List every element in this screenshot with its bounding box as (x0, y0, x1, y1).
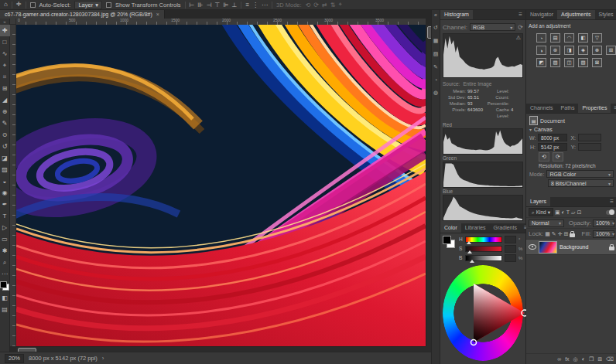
rotate-right-button[interactable]: ⟳ (553, 152, 563, 162)
hue-saturation-icon[interactable]: ◑ (536, 46, 546, 55)
swatches-panel-icon[interactable]: ▦ (433, 38, 439, 44)
opacity-dropdown[interactable]: 100% ▾ (593, 219, 614, 227)
channel-mixer-icon[interactable]: ⊗ (592, 46, 602, 55)
eraser-tool[interactable]: ◪ (0, 152, 10, 164)
zoom-level-field[interactable]: 20% (5, 354, 24, 363)
brightness-slider-track[interactable] (465, 255, 502, 261)
blend-mode-dropdown[interactable]: Normal ▾ (529, 219, 564, 227)
move-tool[interactable]: ✛ (0, 25, 10, 36)
saturation-slider-handle[interactable] (467, 250, 472, 253)
bit-depth-dropdown[interactable]: 8 Bits/Channel ▾ (548, 179, 614, 187)
tab-layers[interactable]: Layers (526, 197, 550, 206)
panel-menu-icon[interactable]: ≡ (515, 10, 525, 19)
color-swatches[interactable] (0, 281, 9, 291)
move-tool-icon[interactable]: ✛ (16, 1, 22, 9)
distribute-vertical-icon[interactable]: ≡ (245, 2, 249, 9)
color-lookup-icon[interactable]: ⊞ (606, 46, 616, 55)
link-layers-icon[interactable]: ∞ (557, 356, 561, 362)
close-icon[interactable]: × (156, 12, 159, 17)
tab-paths[interactable]: Paths (557, 104, 579, 113)
saturation-slider-track[interactable] (465, 246, 502, 252)
patterns-panel-icon[interactable]: ▨ (433, 51, 439, 57)
tab-gradients[interactable]: Gradients (490, 223, 521, 233)
canvas-image[interactable] (16, 25, 426, 346)
healing-brush-tool[interactable]: ⊕ (0, 106, 10, 117)
hsb-triangle[interactable] (443, 265, 539, 361)
ruler-origin[interactable] (10, 19, 16, 25)
history-panel-icon[interactable]: ↺ (433, 25, 438, 31)
chevron-down-icon[interactable]: ▾ (529, 127, 532, 132)
show-transform-checkbox[interactable] (106, 2, 111, 8)
delete-layer-icon[interactable]: ⌫ (606, 356, 614, 362)
align-vertical-centers-icon[interactable]: ⊫ (223, 2, 228, 9)
brightness-slider-value-field[interactable] (505, 254, 516, 262)
width-field[interactable]: 8000 px (538, 134, 567, 141)
panel-menu-icon[interactable]: ≡ (611, 104, 616, 113)
edit-toolbar[interactable]: ⋯ (0, 268, 10, 280)
collapse-dock-icon[interactable]: « (434, 12, 437, 18)
vibrance-icon[interactable]: ▽ (592, 33, 602, 43)
blur-tool[interactable]: ◒ (0, 175, 10, 187)
hand-tool[interactable]: ✱ (0, 245, 10, 257)
zoom-tool[interactable]: ⌕ (0, 257, 10, 268)
color-wheel[interactable] (443, 265, 523, 361)
brush-tool[interactable]: ✎ (0, 117, 10, 129)
color-balance-icon[interactable]: ⊜ (550, 46, 560, 55)
gradient-tool[interactable]: ▨ (0, 164, 10, 175)
layer-filter-dropdown[interactable]: ⌕ Kind ▾ (529, 208, 553, 216)
align-right-edges-icon[interactable]: ⊣ (207, 2, 212, 9)
filter-type-layers-icon[interactable]: T (566, 209, 570, 215)
shape-tool[interactable]: ▭ (0, 233, 10, 245)
threshold-icon[interactable]: ◫ (564, 58, 574, 67)
dodge-tool[interactable]: ◉ (0, 187, 10, 199)
align-top-edges-icon[interactable]: ⊤ (214, 2, 220, 9)
3d-roll-icon[interactable]: ⟳ (313, 2, 319, 9)
photo-filter-icon[interactable]: ◈ (578, 46, 588, 55)
align-bottom-edges-icon[interactable]: ⊥ (231, 2, 237, 9)
distribute-horizontal-icon[interactable]: ⋮ (252, 2, 258, 9)
lock-all-icon[interactable] (570, 233, 575, 237)
info-panel-icon[interactable]: ◔ (434, 77, 437, 83)
invert-icon[interactable]: ◩ (536, 58, 546, 67)
panel-menu-icon[interactable]: ≡ (607, 197, 616, 206)
filter-shape-layers-icon[interactable]: ▱ (571, 209, 575, 216)
tab-properties[interactable]: Properties (578, 104, 611, 113)
auto-select-target-dropdown[interactable]: Layer ▾ (74, 1, 102, 9)
color-swatch-pair[interactable] (443, 236, 456, 249)
object-selection-tool[interactable]: ⌖ (0, 60, 10, 71)
auto-select-checkbox[interactable] (30, 2, 36, 8)
home-icon[interactable]: ⌂ (4, 1, 8, 9)
saturation-slider-value-field[interactable] (505, 245, 516, 253)
levels-icon[interactable]: ▤ (550, 33, 560, 43)
document-tab[interactable]: c67-78-gamer-and-creator-1280307384.jpg … (0, 10, 165, 19)
3d-rotate-icon[interactable]: ⟲ (306, 2, 311, 9)
tab-adjustments[interactable]: Adjustments (557, 10, 595, 19)
hue-slider-handle[interactable] (467, 241, 471, 244)
layer-mask-icon[interactable]: ◎ (573, 356, 578, 362)
quick-mask-tool[interactable]: ◧ (0, 292, 10, 304)
eyedropper-tool[interactable]: ◢ (0, 94, 10, 106)
clone-stamp-tool[interactable]: ⊙ (0, 129, 10, 141)
3d-slide-icon[interactable]: ⇅ (330, 2, 336, 9)
x-field[interactable] (578, 134, 601, 141)
lock-transparent-pixels-icon[interactable]: ▦ (545, 231, 550, 237)
tab-libraries[interactable]: Libraries (461, 223, 490, 233)
brightness-contrast-icon[interactable]: ◔ (536, 33, 546, 43)
comments-panel-icon[interactable]: ◍ (433, 90, 438, 96)
tab-histogram[interactable]: Histogram (440, 10, 473, 19)
channel-dropdown[interactable]: RGB ▾ (470, 23, 515, 31)
new-layer-icon[interactable]: ⊞ (597, 356, 602, 362)
filter-smart-objects-icon[interactable]: ⊡ (577, 209, 581, 216)
foreground-color-swatch[interactable] (443, 236, 451, 244)
uncached-refresh-icon[interactable]: ⟳ (518, 24, 523, 31)
filter-pixel-layers-icon[interactable]: ▣ (555, 209, 560, 216)
marquee-tool[interactable]: □ (0, 36, 10, 48)
brushes-panel-icon[interactable]: ✎ (433, 64, 438, 70)
screen-mode-tool[interactable]: ▤ (0, 304, 10, 315)
vertical-scrollbar[interactable] (426, 25, 431, 346)
align-horizontal-centers-icon[interactable]: ⊪ (198, 2, 204, 9)
crop-tool[interactable]: ⌗ (0, 71, 10, 83)
posterize-icon[interactable]: ▨ (550, 58, 560, 67)
layer-row-background[interactable]: Background (526, 240, 616, 255)
toolbar-collapse-icon[interactable]: » (3, 19, 5, 25)
